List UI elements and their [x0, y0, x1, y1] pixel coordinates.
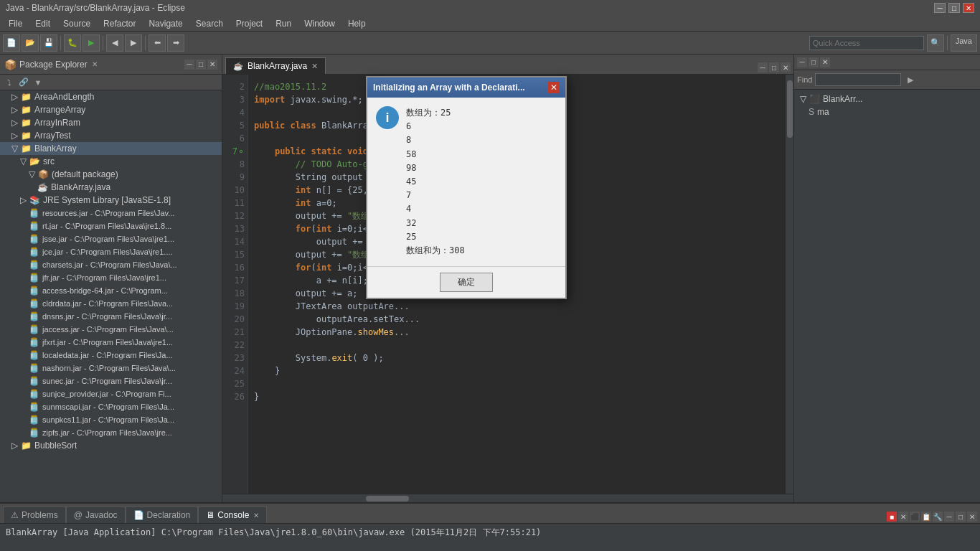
editor-tab-blankarray[interactable]: ☕ BlankArray.java ✕: [225, 57, 326, 74]
find-input[interactable]: [815, 73, 901, 86]
right-tree[interactable]: ▽ ⬛ BlankArr... S ma: [794, 90, 980, 502]
bottom-minimize-btn[interactable]: ─: [944, 512, 954, 522]
tree-item-nashorn-jar[interactable]: 🫙 nashorn.jar - C:\Program Files\Java\..…: [0, 362, 222, 375]
folder-icon: 📂: [29, 156, 40, 166]
tab-declaration[interactable]: 📄 Declaration: [126, 507, 199, 523]
tree-item-dnsns-jar[interactable]: 🫙 dnsns.jar - C:\Program Files\Java\jr..…: [0, 310, 222, 323]
tree-item-rt-jar[interactable]: 🫙 rt.jar - C:\Program Files\Java\jre1.8.…: [0, 220, 222, 232]
tree-item-src[interactable]: ▽ 📂 src: [0, 155, 222, 168]
editor-bottom-scrollbar[interactable]: [222, 494, 793, 502]
tree-item-jsse-jar[interactable]: 🫙 jsse.jar - C:\Program Files\Java\jre1.…: [0, 232, 222, 245]
tree-item-sunpkcs11-jar[interactable]: 🫙 sunpkcs11.jar - C:\Program Files\Ja...: [0, 413, 222, 426]
menu-edit[interactable]: Edit: [29, 17, 56, 30]
dialog-close-btn[interactable]: ✕: [548, 82, 560, 93]
folder-icon: ▷: [11, 441, 18, 451]
menu-window[interactable]: Window: [298, 17, 341, 30]
toolbar-new[interactable]: 📄: [3, 34, 20, 52]
menu-source[interactable]: Source: [57, 17, 96, 30]
console-btn4[interactable]: 📋: [921, 512, 931, 522]
tree-item-charsets-jar[interactable]: 🫙 charsets.jar - C:\Program Files\Java\.…: [0, 258, 222, 271]
tree-item-areaandlength[interactable]: ▷ 📁 AreaAndLength: [0, 90, 222, 103]
console-btn5[interactable]: 🔧: [933, 512, 943, 522]
tree-item-jaccess-jar[interactable]: 🫙 jaccess.jar - C:\Program Files\Java\..…: [0, 323, 222, 336]
editor-close-btn[interactable]: ✕: [781, 62, 791, 72]
tree-item-default-pkg[interactable]: ▽ 📦 (default package): [0, 168, 222, 181]
minimize-button[interactable]: ─: [934, 3, 946, 13]
tree-item-jce-jar[interactable]: 🫙 jce.jar - C:\Program Files\Java\jre1..…: [0, 245, 222, 258]
console-clear-btn[interactable]: ✕: [898, 512, 908, 522]
dialog-ok-button[interactable]: 确定: [440, 273, 493, 292]
project-icon: 📁: [21, 118, 32, 128]
quick-access-search-icon[interactable]: 🔍: [927, 34, 944, 52]
panel-close-btn[interactable]: ✕: [207, 60, 217, 70]
toolbar-back[interactable]: ◀: [106, 34, 123, 52]
tree-item-sunec-jar[interactable]: 🫙 sunec.jar - C:\Program Files\Java\jr..…: [0, 375, 222, 387]
toolbar-debug[interactable]: 🐛: [64, 34, 81, 52]
console-btn3[interactable]: ⬛: [910, 512, 920, 522]
collapse-all-btn[interactable]: ⤵: [3, 76, 16, 89]
jar-icon: 🫙: [29, 260, 39, 270]
tab-console[interactable]: 🖥 Console ✕: [198, 507, 267, 523]
right-minimize-btn[interactable]: ─: [797, 57, 807, 67]
tree-item-blankarray-java[interactable]: ☕ BlankArray.java: [0, 181, 222, 194]
jar-icon: 🫙: [29, 363, 39, 373]
quick-access-input[interactable]: [809, 36, 924, 50]
tree-item-arrayinram[interactable]: ▷ 📁 ArrayInRam: [0, 116, 222, 129]
menu-run[interactable]: Run: [270, 17, 297, 30]
menu-help[interactable]: Help: [342, 17, 372, 30]
h-scrollbar-thumb[interactable]: [366, 496, 409, 501]
bottom-maximize-btn[interactable]: □: [956, 512, 966, 522]
tree-item-jre[interactable]: ▷ 📚 JRE System Library [JavaSE-1.8]: [0, 194, 222, 207]
find-next-btn[interactable]: ▶: [904, 73, 917, 86]
panel-maximize-btn[interactable]: □: [196, 60, 206, 70]
package-tree[interactable]: ▷ 📁 AreaAndLength ▷ 📁 ArrangeArray ▷ 📁 A…: [0, 90, 222, 502]
tree-item-bubblesort[interactable]: ▷ 📁 BubbleSort: [0, 439, 222, 452]
right-maximize-btn[interactable]: □: [809, 57, 819, 67]
tree-item-jfxrt-jar[interactable]: 🫙 jfxrt.jar - C:\Program Files\Java\jre1…: [0, 336, 222, 349]
tree-item-arrangearray[interactable]: ▷ 📁 ArrangeArray: [0, 103, 222, 116]
tree-item-access-bridge-jar[interactable]: 🫙 access-bridge-64.jar - C:\Program...: [0, 284, 222, 297]
line-numbers: 2 3 4 5 6 7⚬ 8 9 10 11 12 13 14 15 16 17…: [222, 75, 248, 494]
tree-item-arraytest[interactable]: ▷ 📁 ArrayTest: [0, 129, 222, 142]
editor-scrollbar[interactable]: [785, 75, 793, 494]
link-editor-btn[interactable]: 🔗: [17, 76, 30, 89]
tree-item-sunjce-jar[interactable]: 🫙 sunjce_provider.jar - C:\Program Fi...: [0, 387, 222, 400]
tree-item-localedata-jar[interactable]: 🫙 localedata.jar - C:\Program Files\Ja..…: [0, 349, 222, 362]
tab-javadoc[interactable]: @ Javadoc: [66, 507, 126, 523]
editor-minimize-btn[interactable]: ─: [758, 62, 768, 72]
tree-item-resources-jar[interactable]: 🫙 resources.jar - C:\Program Files\Jav..…: [0, 207, 222, 220]
toolbar-prev[interactable]: ⬅: [149, 34, 166, 52]
tab-problems[interactable]: ⚠ Problems: [3, 507, 66, 523]
panel-minimize-btn[interactable]: ─: [184, 60, 194, 70]
right-close-btn[interactable]: ✕: [820, 57, 830, 67]
right-tree-src[interactable]: S ma: [797, 105, 977, 118]
menu-refactor[interactable]: Refactor: [98, 17, 141, 30]
tree-item-cldrdata-jar[interactable]: 🫙 cldrdata.jar - C:\Program Files\Java..…: [0, 297, 222, 310]
message-dialog[interactable]: Initializing an Array with a Declarati..…: [366, 76, 567, 299]
bottom-close-btn[interactable]: ✕: [967, 512, 977, 522]
toolbar-save[interactable]: 💾: [40, 34, 57, 52]
editor-maximize-btn[interactable]: □: [769, 62, 779, 72]
scrollbar-thumb[interactable]: [787, 80, 793, 138]
tree-item-blankarray[interactable]: ▽ 📁 BlankArray: [0, 142, 222, 155]
tree-item-zipfs-jar[interactable]: 🫙 zipfs.jar - C:\Program Files\Java\jre.…: [0, 426, 222, 439]
right-tree-blankarray[interactable]: ▽ ⬛ BlankArr...: [797, 93, 977, 105]
menu-file[interactable]: File: [3, 17, 28, 30]
maximize-button[interactable]: □: [948, 3, 960, 13]
tree-item-sunmscapi-jar[interactable]: 🫙 sunmscapi.jar - C:\Program Files\Ja...: [0, 400, 222, 413]
tab-close-btn[interactable]: ✕: [311, 62, 318, 71]
project-icon: 📁: [21, 143, 32, 154]
toolbar-forward[interactable]: ▶: [125, 34, 142, 52]
toolbar-open[interactable]: 📂: [22, 34, 39, 52]
menu-project[interactable]: Project: [230, 17, 268, 30]
toolbar-next[interactable]: ➡: [167, 34, 184, 52]
menu-search[interactable]: Search: [190, 17, 229, 30]
console-terminate-btn[interactable]: ■: [887, 512, 897, 522]
toolbar-run[interactable]: ▶: [83, 34, 100, 52]
perspective-java-button[interactable]: Java: [951, 34, 977, 52]
close-button[interactable]: ✕: [963, 3, 974, 13]
view-menu-btn[interactable]: ▼: [32, 76, 44, 89]
tree-item-jfr-jar[interactable]: 🫙 jfr.jar - C:\Program Files\Java\jre1..…: [0, 271, 222, 284]
menu-navigate[interactable]: Navigate: [143, 17, 188, 30]
dialog-title-bar[interactable]: Initializing an Array with a Declarati..…: [367, 77, 565, 98]
